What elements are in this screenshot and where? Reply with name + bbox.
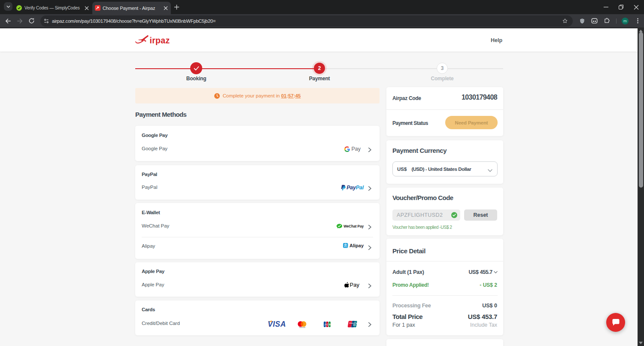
svg-text:VISA: VISA (268, 320, 286, 328)
svg-text:UnionPay: UnionPay (349, 322, 358, 324)
svg-text:B: B (329, 323, 331, 326)
svg-text:C: C (327, 323, 328, 326)
svg-text:irpaz: irpaz (150, 36, 170, 45)
svg-text:mastercard: mastercard (299, 327, 305, 328)
svg-text:J: J (324, 323, 325, 326)
